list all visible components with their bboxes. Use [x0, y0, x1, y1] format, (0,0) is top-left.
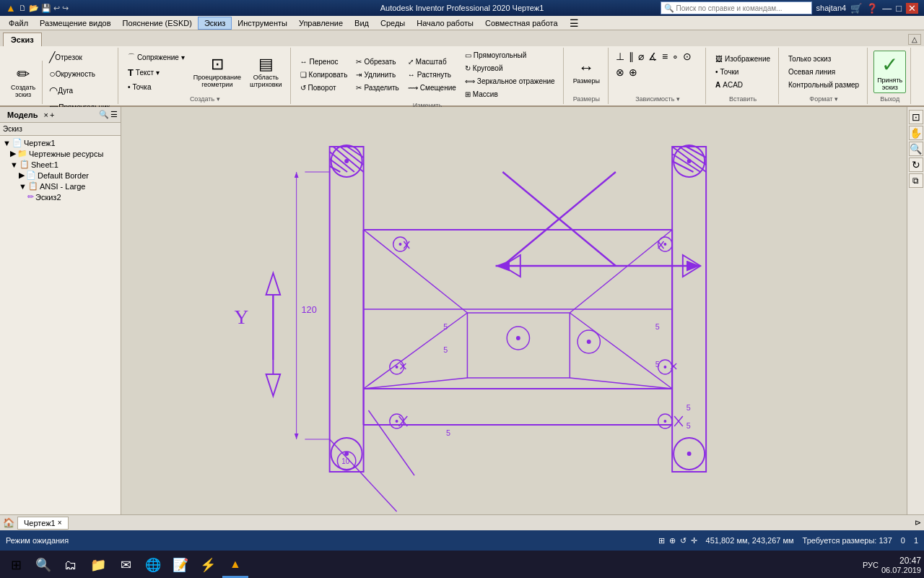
- grid-icon[interactable]: ⊞: [658, 536, 665, 545]
- origin-icon[interactable]: ✛: [691, 536, 697, 545]
- close-panel-btn[interactable]: ×: [44, 111, 48, 119]
- conjugate-btn[interactable]: ⌒ Сопряжение ▾: [124, 50, 188, 64]
- orbit-btn[interactable]: ↻: [909, 158, 923, 172]
- centerline-btn[interactable]: Осевая линия: [785, 66, 863, 78]
- menu-tools[interactable]: Инструменты: [232, 17, 293, 29]
- tree-resources[interactable]: ▶ 📁 Чертежные ресурсы: [1, 148, 119, 159]
- constraint-icon-6[interactable]: ∘: [671, 49, 680, 64]
- taskbar-mail[interactable]: ✉: [113, 552, 139, 578]
- add-panel-btn[interactable]: +: [50, 111, 54, 119]
- panel-menu-btn[interactable]: ☰: [110, 110, 118, 119]
- split-btn[interactable]: ✂ Разделить: [352, 82, 402, 94]
- menu-collaborate[interactable]: Совместная работа: [479, 17, 564, 29]
- copy-btn[interactable]: ❑ Копировать: [297, 69, 352, 81]
- search-input[interactable]: [676, 4, 792, 12]
- menu-manage[interactable]: Управление: [293, 17, 349, 29]
- zoom-btn[interactable]: 🔍: [909, 142, 923, 156]
- arc-btn[interactable]: ◠ Дуга: [45, 82, 113, 98]
- tab-sketch[interactable]: Эскиз: [3, 33, 42, 46]
- stretch-btn[interactable]: ↔ Растянуть: [404, 69, 460, 81]
- menu-view[interactable]: Вид: [349, 17, 375, 29]
- ref-dim-btn[interactable]: Контрольный размер: [785, 79, 863, 91]
- menu-file[interactable]: Файл: [3, 17, 34, 29]
- constraint-icon-9[interactable]: ⊕: [627, 65, 639, 79]
- scale-btn[interactable]: ⤢ Масштаб: [404, 56, 460, 68]
- move-btn[interactable]: ↔ Перенос: [297, 56, 352, 68]
- save-btn[interactable]: 💾: [41, 4, 51, 13]
- minimize-btn[interactable]: —: [882, 3, 892, 14]
- taskbar-inventor[interactable]: ▲: [222, 552, 248, 578]
- tree-ansi[interactable]: ▼ 📋 ANSI - Large: [1, 181, 119, 191]
- snap-icon[interactable]: ⊕: [669, 536, 676, 545]
- undo-btn[interactable]: ↩: [53, 4, 60, 13]
- create-sketch-btn[interactable]: ✏ Создатьэскиз: [7, 64, 39, 100]
- menu-getstarted[interactable]: Начало работы: [411, 17, 479, 29]
- tree-sketch2[interactable]: ✏ Эскиз2: [1, 191, 119, 202]
- project-geom-btn[interactable]: ⊡ Проецированиегеометрии: [190, 53, 245, 90]
- help-icon[interactable]: ❓: [866, 3, 878, 14]
- expand-tabs-btn[interactable]: ⊳: [915, 518, 921, 527]
- canvas[interactable]: Y 120 10 5 5 5 5 5 5: [121, 107, 907, 514]
- tree-root[interactable]: ▼ 📄 Чертеж1: [1, 137, 119, 148]
- constraint-icon-3[interactable]: ⌀: [637, 49, 645, 64]
- dimension-btn[interactable]: ↔ Размеры: [570, 56, 603, 87]
- new-btn[interactable]: 🗋: [19, 4, 27, 13]
- view-cube-btn[interactable]: ⧉: [909, 173, 923, 188]
- taskbar-powershell[interactable]: ⚡: [195, 552, 221, 578]
- constraint-icon-7[interactable]: ⊙: [681, 49, 693, 64]
- hatch-btn[interactable]: ▤ Областьштриховки: [246, 53, 286, 90]
- text-btn[interactable]: T Текст ▾: [124, 65, 188, 80]
- restore-btn[interactable]: □: [896, 3, 902, 14]
- close-btn[interactable]: ✕: [906, 3, 918, 14]
- menu-sketch[interactable]: Эскиз: [198, 17, 232, 30]
- ribbon-tabs: Эскиз △: [0, 30, 924, 46]
- points-btn[interactable]: • Точки: [712, 66, 774, 78]
- start-btn[interactable]: ⊞: [3, 552, 29, 578]
- menu-annotation[interactable]: Пояснение (ESKD): [117, 17, 198, 29]
- point-btn[interactable]: • Точка: [124, 81, 188, 93]
- taskbar-files[interactable]: 📁: [85, 552, 111, 578]
- search-bar[interactable]: 🔍: [661, 1, 812, 14]
- extend-btn[interactable]: ⇥ Удлинить: [352, 69, 402, 81]
- mirror-btn[interactable]: ⟺ Зеркальное отражение: [461, 75, 559, 87]
- cart-icon[interactable]: 🛒: [850, 3, 862, 14]
- tree-sheet[interactable]: ▼ 📋 Sheet:1: [1, 159, 119, 170]
- menu-views[interactable]: Размещение видов: [34, 17, 117, 29]
- drawing1-tab[interactable]: Чертеж1 ×: [17, 517, 69, 530]
- pattern-btn[interactable]: ⊞ Массив: [461, 88, 559, 100]
- taskbar-search[interactable]: 🔍: [30, 552, 56, 578]
- panel-search-btn[interactable]: 🔍: [99, 110, 109, 119]
- model-tab[interactable]: Модель: [3, 109, 43, 121]
- pan-btn[interactable]: ✋: [909, 126, 923, 140]
- open-btn[interactable]: 📂: [29, 4, 39, 13]
- constraint-icon-4[interactable]: ∡: [647, 49, 659, 64]
- image-btn[interactable]: 🖼 Изображение: [712, 53, 774, 65]
- rotate-btn[interactable]: ↺ Поворот: [297, 82, 352, 94]
- taskbar-explorer[interactable]: 🗂: [58, 552, 84, 578]
- zoom-all-btn[interactable]: ⊡: [909, 110, 923, 124]
- home-icon[interactable]: 🏠: [3, 517, 14, 528]
- constraint-icon-1[interactable]: ⊥: [614, 49, 626, 64]
- tree-border[interactable]: ▶ 📄 Default Border: [1, 170, 119, 181]
- trim-btn[interactable]: ✂ Обрезать: [352, 56, 402, 68]
- taskbar-chrome[interactable]: 🌐: [140, 552, 166, 578]
- dim-label: Размеры: [573, 95, 600, 103]
- acad-btn[interactable]: A ACAD: [712, 79, 774, 91]
- taskbar-notepad[interactable]: 📝: [167, 552, 193, 578]
- close-tab-btn[interactable]: ×: [58, 519, 62, 527]
- rect-array-btn[interactable]: ▭ Прямоугольный: [461, 49, 559, 61]
- menu-environments[interactable]: Среды: [375, 17, 411, 29]
- line-btn[interactable]: ╱ Отрезок: [45, 49, 113, 65]
- infer-icon[interactable]: ↺: [680, 536, 687, 545]
- constraint-icon-8[interactable]: ⊗: [614, 65, 626, 79]
- redo-btn[interactable]: ↪: [62, 4, 69, 13]
- sketch-only-btn[interactable]: Только эскиз: [785, 53, 863, 65]
- collapse-ribbon-btn[interactable]: △: [908, 34, 921, 45]
- constraint-icon-2[interactable]: ∥: [627, 49, 635, 64]
- accept-sketch-btn[interactable]: ✓ Принятьэскиз: [873, 51, 906, 93]
- constraint-icon-5[interactable]: ≡: [661, 49, 669, 64]
- circ-array-btn[interactable]: ↻ Круговой: [461, 62, 559, 74]
- menu-extra[interactable]: ☰: [564, 16, 585, 30]
- circle-btn[interactable]: ○ Окружность: [45, 66, 113, 82]
- offset-btn[interactable]: ⟿ Смещение: [404, 82, 460, 94]
